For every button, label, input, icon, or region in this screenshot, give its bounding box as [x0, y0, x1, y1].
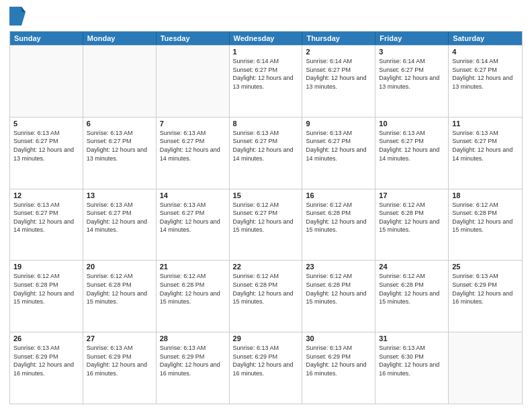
- calendar-cell: 20Sunrise: 6:12 AM Sunset: 6:28 PM Dayli…: [83, 261, 157, 332]
- day-number: 31: [379, 334, 445, 342]
- calendar: SundayMondayTuesdayWednesdayThursdayFrid…: [9, 31, 523, 404]
- day-number: 7: [160, 120, 226, 128]
- day-info: Sunrise: 6:12 AM Sunset: 6:28 PM Dayligh…: [452, 201, 519, 234]
- day-info: Sunrise: 6:13 AM Sunset: 6:29 PM Dayligh…: [160, 344, 226, 377]
- day-info: Sunrise: 6:13 AM Sunset: 6:27 PM Dayligh…: [306, 129, 371, 163]
- calendar-cell: 5Sunrise: 6:13 AM Sunset: 6:27 PM Daylig…: [10, 118, 83, 189]
- day-info: Sunrise: 6:12 AM Sunset: 6:28 PM Dayligh…: [160, 272, 226, 306]
- day-info: Sunrise: 6:12 AM Sunset: 6:28 PM Dayligh…: [379, 201, 445, 234]
- day-info: Sunrise: 6:14 AM Sunset: 6:27 PM Dayligh…: [233, 57, 299, 91]
- day-info: Sunrise: 6:12 AM Sunset: 6:28 PM Dayligh…: [379, 272, 445, 306]
- day-info: Sunrise: 6:12 AM Sunset: 6:28 PM Dayligh…: [233, 272, 299, 306]
- calendar-week-0: 1Sunrise: 6:14 AM Sunset: 6:27 PM Daylig…: [10, 45, 522, 117]
- day-number: 26: [13, 334, 79, 342]
- day-info: Sunrise: 6:12 AM Sunset: 6:28 PM Dayligh…: [13, 272, 79, 306]
- calendar-cell: 9Sunrise: 6:13 AM Sunset: 6:27 PM Daylig…: [302, 118, 375, 189]
- day-number: 14: [160, 191, 226, 199]
- day-number: 27: [87, 334, 152, 342]
- day-number: 13: [87, 191, 152, 199]
- day-info: Sunrise: 6:13 AM Sunset: 6:27 PM Dayligh…: [13, 201, 79, 234]
- page: SundayMondayTuesdayWednesdayThursdayFrid…: [0, 0, 532, 411]
- day-info: Sunrise: 6:13 AM Sunset: 6:27 PM Dayligh…: [87, 201, 152, 234]
- calendar-cell: 4Sunrise: 6:14 AM Sunset: 6:27 PM Daylig…: [449, 46, 522, 117]
- calendar-cell: 8Sunrise: 6:13 AM Sunset: 6:27 PM Daylig…: [230, 118, 303, 189]
- calendar-cell: 3Sunrise: 6:14 AM Sunset: 6:27 PM Daylig…: [375, 46, 449, 117]
- calendar-cell: 19Sunrise: 6:12 AM Sunset: 6:28 PM Dayli…: [10, 261, 83, 332]
- calendar-cell: 22Sunrise: 6:12 AM Sunset: 6:28 PM Dayli…: [230, 261, 303, 332]
- day-number: 29: [233, 334, 299, 342]
- calendar-cell: 6Sunrise: 6:13 AM Sunset: 6:27 PM Daylig…: [83, 118, 157, 189]
- day-info: Sunrise: 6:13 AM Sunset: 6:27 PM Dayligh…: [13, 129, 79, 163]
- calendar-cell: 23Sunrise: 6:12 AM Sunset: 6:28 PM Dayli…: [302, 261, 375, 332]
- header: [9, 7, 523, 26]
- logo: [9, 7, 28, 26]
- day-info: Sunrise: 6:14 AM Sunset: 6:27 PM Dayligh…: [379, 57, 445, 91]
- calendar-cell: 2Sunrise: 6:14 AM Sunset: 6:27 PM Daylig…: [302, 46, 375, 117]
- day-number: 15: [233, 191, 299, 199]
- calendar-week-1: 5Sunrise: 6:13 AM Sunset: 6:27 PM Daylig…: [10, 117, 522, 189]
- day-number: 25: [452, 263, 519, 271]
- day-number: 19: [13, 263, 79, 271]
- day-info: Sunrise: 6:13 AM Sunset: 6:29 PM Dayligh…: [452, 272, 519, 306]
- day-info: Sunrise: 6:13 AM Sunset: 6:29 PM Dayligh…: [13, 344, 79, 377]
- day-number: 4: [452, 48, 519, 56]
- calendar-week-2: 12Sunrise: 6:13 AM Sunset: 6:27 PM Dayli…: [10, 189, 522, 261]
- header-day-saturday: Saturday: [449, 32, 522, 45]
- day-number: 20: [87, 263, 152, 271]
- day-number: 2: [306, 48, 371, 56]
- day-number: 28: [160, 334, 226, 342]
- calendar-cell: 29Sunrise: 6:13 AM Sunset: 6:29 PM Dayli…: [230, 332, 303, 404]
- day-info: Sunrise: 6:12 AM Sunset: 6:28 PM Dayligh…: [87, 272, 152, 306]
- svg-marker-1: [21, 7, 26, 12]
- header-day-sunday: Sunday: [10, 32, 83, 45]
- day-number: 6: [87, 120, 152, 128]
- day-number: 1: [233, 48, 299, 56]
- calendar-cell: [10, 46, 83, 117]
- calendar-cell: 12Sunrise: 6:13 AM Sunset: 6:27 PM Dayli…: [10, 189, 83, 261]
- day-number: 3: [379, 48, 445, 56]
- calendar-body: 1Sunrise: 6:14 AM Sunset: 6:27 PM Daylig…: [10, 45, 522, 404]
- calendar-cell: 14Sunrise: 6:13 AM Sunset: 6:27 PM Dayli…: [157, 189, 230, 261]
- header-day-tuesday: Tuesday: [157, 32, 230, 45]
- calendar-cell: 26Sunrise: 6:13 AM Sunset: 6:29 PM Dayli…: [10, 332, 83, 404]
- calendar-cell: 11Sunrise: 6:13 AM Sunset: 6:27 PM Dayli…: [449, 118, 522, 189]
- calendar-cell: 17Sunrise: 6:12 AM Sunset: 6:28 PM Dayli…: [375, 189, 449, 261]
- day-number: 30: [306, 334, 371, 342]
- calendar-week-3: 19Sunrise: 6:12 AM Sunset: 6:28 PM Dayli…: [10, 260, 522, 332]
- day-number: 8: [233, 120, 299, 128]
- header-day-wednesday: Wednesday: [230, 32, 303, 45]
- calendar-cell: 1Sunrise: 6:14 AM Sunset: 6:27 PM Daylig…: [230, 46, 303, 117]
- calendar-cell: 27Sunrise: 6:13 AM Sunset: 6:29 PM Dayli…: [83, 332, 157, 404]
- calendar-cell: 24Sunrise: 6:12 AM Sunset: 6:28 PM Dayli…: [375, 261, 449, 332]
- calendar-cell: 13Sunrise: 6:13 AM Sunset: 6:27 PM Dayli…: [83, 189, 157, 261]
- day-info: Sunrise: 6:13 AM Sunset: 6:27 PM Dayligh…: [452, 129, 519, 163]
- calendar-cell: 18Sunrise: 6:12 AM Sunset: 6:28 PM Dayli…: [449, 189, 522, 261]
- day-info: Sunrise: 6:12 AM Sunset: 6:28 PM Dayligh…: [306, 201, 371, 234]
- day-info: Sunrise: 6:14 AM Sunset: 6:27 PM Dayligh…: [306, 57, 371, 91]
- day-number: 11: [452, 120, 519, 128]
- header-day-monday: Monday: [83, 32, 157, 45]
- calendar-cell: [83, 46, 157, 117]
- calendar-cell: 16Sunrise: 6:12 AM Sunset: 6:28 PM Dayli…: [302, 189, 375, 261]
- day-info: Sunrise: 6:12 AM Sunset: 6:28 PM Dayligh…: [306, 272, 371, 306]
- day-number: 16: [306, 191, 371, 199]
- calendar-cell: 31Sunrise: 6:13 AM Sunset: 6:30 PM Dayli…: [375, 332, 449, 404]
- header-day-friday: Friday: [375, 32, 449, 45]
- calendar-header-row: SundayMondayTuesdayWednesdayThursdayFrid…: [10, 32, 522, 45]
- day-number: 22: [233, 263, 299, 271]
- day-number: 10: [379, 120, 445, 128]
- calendar-cell: 28Sunrise: 6:13 AM Sunset: 6:29 PM Dayli…: [157, 332, 230, 404]
- day-number: 24: [379, 263, 445, 271]
- day-info: Sunrise: 6:13 AM Sunset: 6:27 PM Dayligh…: [160, 201, 226, 234]
- calendar-cell: 25Sunrise: 6:13 AM Sunset: 6:29 PM Dayli…: [449, 261, 522, 332]
- day-number: 23: [306, 263, 371, 271]
- calendar-cell: 10Sunrise: 6:13 AM Sunset: 6:27 PM Dayli…: [375, 118, 449, 189]
- day-info: Sunrise: 6:14 AM Sunset: 6:27 PM Dayligh…: [452, 57, 519, 91]
- calendar-cell: [157, 46, 230, 117]
- calendar-week-4: 26Sunrise: 6:13 AM Sunset: 6:29 PM Dayli…: [10, 332, 522, 404]
- calendar-cell: 30Sunrise: 6:13 AM Sunset: 6:29 PM Dayli…: [302, 332, 375, 404]
- day-info: Sunrise: 6:13 AM Sunset: 6:27 PM Dayligh…: [87, 129, 152, 163]
- day-info: Sunrise: 6:13 AM Sunset: 6:29 PM Dayligh…: [306, 344, 371, 377]
- calendar-cell: 21Sunrise: 6:12 AM Sunset: 6:28 PM Dayli…: [157, 261, 230, 332]
- day-number: 21: [160, 263, 226, 271]
